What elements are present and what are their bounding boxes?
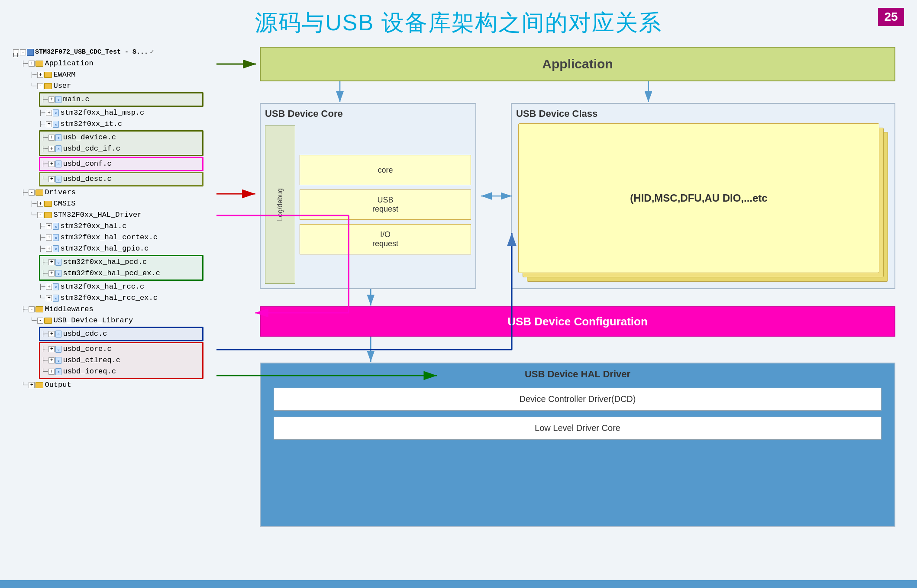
connector: ├─ <box>42 258 48 267</box>
tree-row-middlewares[interactable]: ├─ - Middlewares <box>13 304 203 315</box>
expand[interactable]: + <box>48 161 55 167</box>
expand[interactable]: - <box>37 318 43 324</box>
project-expand[interactable]: - <box>20 49 26 55</box>
file-usbd-cdc-wrapper: ├─ + c usbd_cdc.c <box>13 327 203 341</box>
tree-row-main-c[interactable]: ├─ + c main.c <box>42 94 201 105</box>
expand[interactable]: + <box>48 331 55 337</box>
file-label: stm32f0xx_hal_rcc.c <box>60 281 144 292</box>
expand[interactable]: + <box>46 284 52 290</box>
expand[interactable]: + <box>48 96 55 103</box>
expand[interactable]: + <box>48 270 55 276</box>
file-usbd-conf-wrapper: ├─ + c usbd_conf.c <box>13 157 203 171</box>
file-label: usbd_ctlreq.c <box>63 355 120 366</box>
tree-row-usbd-cdc[interactable]: ├─ + c usbd_cdc.c <box>42 328 201 340</box>
expand[interactable]: + <box>37 201 43 207</box>
expand[interactable]: + <box>46 110 52 116</box>
expand[interactable]: + <box>29 382 35 388</box>
file-icon: c <box>55 270 61 277</box>
tree-row-user[interactable]: └─ - User <box>13 80 203 92</box>
expand[interactable]: + <box>48 146 55 152</box>
expand[interactable]: + <box>48 135 55 141</box>
expand[interactable]: - <box>37 212 43 218</box>
app-expand[interactable]: + <box>29 61 35 67</box>
tree-row-usbd-cdc-if[interactable]: ├─ + c usbd_cdc_if.c <box>42 143 201 154</box>
expand[interactable]: - <box>29 306 35 312</box>
file-label: stm32f0xx_hal_msp.c <box>60 107 144 119</box>
connector: ├─ <box>39 120 45 129</box>
expand[interactable]: + <box>48 176 55 182</box>
tree-row-drivers[interactable]: ├─ - Drivers <box>13 187 203 198</box>
output-label: Output <box>45 379 71 391</box>
file-icon: c <box>55 96 61 103</box>
usb-device-class-box: USB Device Class (HID,MSC,DFU,AU DIO,...… <box>511 103 895 289</box>
tree-row-hal-pcd-ex[interactable]: ├─ + c stm32f0xx_hal_pcd_ex.c <box>42 268 201 279</box>
tree-row-hal-cortex[interactable]: ├─ + c stm32f0xx_hal_cortex.c <box>13 232 203 243</box>
file-icon: c <box>53 283 59 290</box>
tree-row-root[interactable]: □ - STM32F072_USB_CDC_Test - S... ✓ <box>13 47 203 58</box>
expand[interactable]: + <box>46 246 52 252</box>
folder-icon <box>44 318 52 324</box>
connector: ├─ <box>39 283 45 291</box>
tree-row-hal-gpio[interactable]: ├─ + c stm32f0xx_hal_gpio.c <box>13 243 203 254</box>
highlight-olive-box: └─ + c usbd_desc.c <box>39 172 203 186</box>
tree-row-usbd-ioreq[interactable]: └─ + c usbd_ioreq.c <box>42 366 201 377</box>
expand[interactable]: + <box>46 223 52 229</box>
expand[interactable]: + <box>46 121 52 127</box>
file-label: usbd_conf.c <box>63 158 111 170</box>
tree-row-cmsis[interactable]: ├─ + CMSIS <box>13 198 203 209</box>
project-checkbox[interactable]: □ <box>13 49 19 55</box>
connector: ├─ <box>42 145 48 153</box>
tree-row-application[interactable]: ├─ + Application <box>13 58 203 69</box>
file-icon: c <box>55 346 61 353</box>
connector: ├─ <box>42 96 48 104</box>
file-icon: c <box>55 145 61 152</box>
file-label: stm32f0xx_hal.c <box>60 221 126 232</box>
tree-row-hal-rcc-ex[interactable]: └─ + c stm32f0xx_hal_rcc_ex.c <box>13 292 203 304</box>
tree-row-hal-pcd[interactable]: ├─ + c stm32f0xx_hal_pcd.c <box>42 257 201 268</box>
file-icon: c <box>55 176 61 183</box>
file-label: usb_device.c <box>63 132 116 143</box>
expand[interactable]: + <box>46 295 52 301</box>
tree-row-usb-device[interactable]: ├─ + c usb_device.c <box>42 132 201 143</box>
connector: ├─ <box>30 71 36 79</box>
tree-row-output[interactable]: └─ + Output <box>13 379 203 391</box>
expand[interactable]: + <box>48 369 55 375</box>
tree-row-hal-driver[interactable]: └─ - STM32F0xx_HAL_Driver <box>13 209 203 221</box>
file-label: usbd_core.c <box>63 344 111 355</box>
expand[interactable]: + <box>48 259 55 265</box>
tree-row-usbd-desc[interactable]: └─ + c usbd_desc.c <box>42 174 201 185</box>
connector: ├─ <box>22 189 28 197</box>
diagram-panel: Application USB Device Core Log/debug co… <box>216 47 904 566</box>
user-expand[interactable]: - <box>37 83 43 89</box>
tree-row-usbd-conf[interactable]: ├─ + c usbd_conf.c <box>42 158 201 170</box>
file-icon: c <box>55 331 61 337</box>
tree-row-hal-msp[interactable]: ├─ + c stm32f0xx_hal_msp.c <box>13 107 203 119</box>
file-icon: c <box>55 357 61 364</box>
folder-icon <box>44 201 52 207</box>
tree-row-usbd-ctlreq[interactable]: ├─ + c usbd_ctlreq.c <box>42 355 201 366</box>
expand[interactable]: - <box>29 190 35 196</box>
expand[interactable]: + <box>48 346 55 352</box>
file-label: usbd_desc.c <box>63 174 111 185</box>
checkmark-icon: ✓ <box>150 47 154 58</box>
main-content: □ - STM32F072_USB_CDC_Test - S... ✓ ├─ +… <box>0 42 917 575</box>
file-usbd-core-wrapper: ├─ + c usbd_core.c ├─ + c usbd_ctlreq.c … <box>13 342 203 379</box>
tree-row-hal-c[interactable]: ├─ + c stm32f0xx_hal.c <box>13 221 203 232</box>
usb-hal-outer: USB Device HAL Driver Device Controller … <box>260 363 895 527</box>
tree-row-it-c[interactable]: ├─ + c stm32f0xx_it.c <box>13 119 203 130</box>
tree-row-ewarm[interactable]: ├─ + EWARM <box>13 69 203 80</box>
tree-row-usb-lib[interactable]: └─ - USB_Device_Library <box>13 315 203 326</box>
tree-row-hal-rcc[interactable]: ├─ + c stm32f0xx_hal_rcc.c <box>13 281 203 292</box>
connector: ├─ <box>39 245 45 253</box>
application-label: Application <box>542 57 613 71</box>
expand[interactable]: + <box>48 357 55 363</box>
file-label: stm32f0xx_hal_cortex.c <box>60 232 157 243</box>
stacked-pages: (HID,MSC,DFU,AU DIO,...etc <box>518 123 888 282</box>
tree-row-usbd-core[interactable]: ├─ + c usbd_core.c <box>42 344 201 355</box>
core-block-io-request: I/Orequest <box>300 224 471 254</box>
project-icon <box>27 49 34 56</box>
ewarm-expand[interactable]: + <box>37 72 43 78</box>
connector: ├─ <box>39 109 45 117</box>
expand[interactable]: + <box>46 235 52 241</box>
core-block-core: core <box>300 155 471 185</box>
